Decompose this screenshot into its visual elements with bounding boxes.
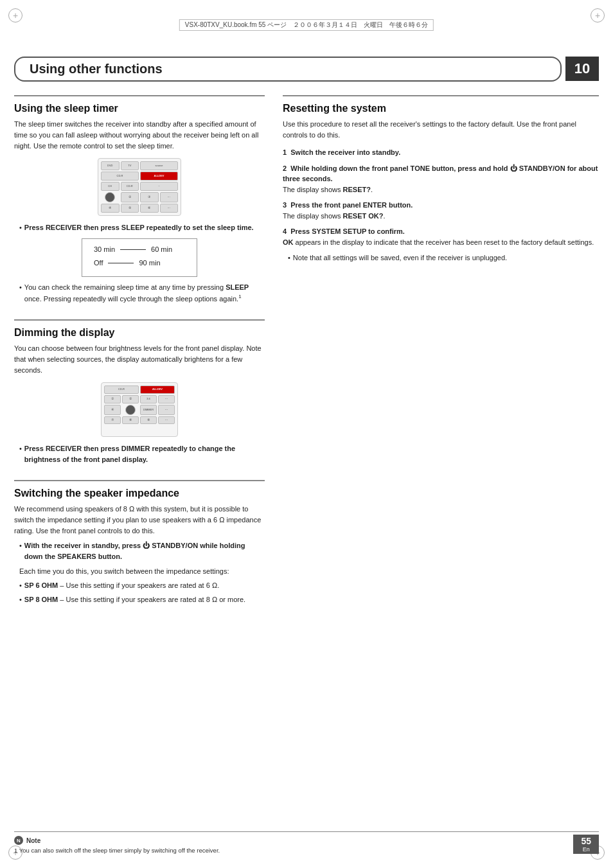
drb7: DIMMER [140, 405, 157, 415]
drb-dimmer-highlight: ALLDEV [140, 385, 175, 394]
drb11: ⑨ [140, 416, 157, 425]
resetting-desc: Use this procedure to reset all the rece… [283, 119, 599, 141]
rb13: ⑤ [121, 204, 139, 213]
speaker-impedance-each: Each time you do this, you switch betwee… [14, 566, 265, 577]
sleep-row1-label-left: 30 min [94, 244, 115, 255]
drb12: ··· [158, 416, 175, 425]
dimming-title: Dimming the display [14, 327, 265, 339]
dimmer-remote-image: CD-R ALLDEV ① ② 3·4 ··· ④ DIMMER ··· ⑦ [101, 382, 178, 437]
page-number-box: 55 En [573, 835, 599, 854]
speaker-impedance-bullet: • With the receiver in standby, press ⏻ … [14, 540, 265, 562]
rb12: ④ [101, 204, 120, 213]
left-column: Using the sleep timer The sleep timer sw… [14, 95, 265, 829]
resetting-bullet-note: • Note that all settings will be saved, … [283, 252, 599, 263]
rb5: CH [101, 182, 120, 191]
rb10: ③ [140, 192, 159, 202]
sleep-timer-body: The sleep timer switches the receiver in… [14, 119, 265, 305]
rb4: CD-R [101, 172, 139, 181]
rb6: CD-R [121, 182, 139, 191]
drb-center-btn [125, 405, 136, 415]
drb8: ··· [158, 405, 175, 415]
corner-mark-tl [6, 6, 24, 24]
rb9: ② [121, 192, 139, 202]
sleep-row1: 30 min 60 min [94, 244, 185, 255]
main-title-text: Using other functions [30, 62, 163, 76]
sleep-diagram-inner: 30 min 60 min Off 90 min [82, 238, 197, 277]
note-footer: N Note 1 You can also switch off the sle… [14, 831, 599, 854]
step3-num: 3 [283, 201, 287, 209]
page-number: 55 [581, 836, 591, 846]
drb6: ④ [104, 405, 121, 415]
rb-sleep-highlight: ALLDEV [140, 172, 178, 181]
rb7: ··· [140, 182, 178, 191]
step3-display: The display shows RESET OK?. [283, 212, 386, 220]
file-info-text: VSX-80TXV_KU.book.fm 55 ページ ２００６年３月１４日 火… [185, 21, 428, 28]
step3: 3 Press the front panel ENTER button. Th… [283, 200, 599, 221]
sleep-diagram: 30 min 60 min Off 90 min [14, 238, 265, 277]
content-area: Using the sleep timer The sleep timer sw… [14, 95, 599, 829]
drb3: ② [122, 395, 139, 403]
step2-display: The display shows RESET?. [283, 186, 373, 193]
sleep-timer-title: Using the sleep timer [14, 103, 265, 114]
right-column: Resetting the system Use this procedure … [283, 95, 599, 829]
step2: 2 While holding down the front panel TON… [283, 163, 599, 195]
step4-text: Press SYSTEM SETUP to confirm. [290, 227, 405, 235]
sleep-row2-label-right: 90 min [139, 258, 160, 269]
dimming-bullet-text: Press RECEIVER then press DIMMER repeate… [24, 443, 265, 465]
corner-mark-tr [589, 6, 607, 24]
sleep-bullet1: • Press RECEIVER then press SLEEP repeat… [14, 222, 265, 233]
rb1: DVD [101, 161, 120, 170]
main-title-bar: Using other functions [14, 57, 562, 82]
chapter-badge: 10 [565, 57, 599, 81]
rb14: ⑥ [140, 204, 159, 213]
step2-num: 2 [283, 164, 287, 172]
resetting-title: Resetting the system [283, 103, 599, 114]
sleep-bullet1-text: Press RECEIVER then press SLEEP repeated… [24, 222, 254, 233]
sp8-text: SP 8 OHM – Use this setting if your spea… [24, 594, 245, 605]
dimmer-remote-grid: CD-R ALLDEV ① ② 3·4 ··· ④ DIMMER ··· ⑦ [104, 385, 175, 434]
step4-detail: OK appears in the display to indicate th… [283, 238, 594, 246]
drb2: ① [104, 395, 121, 403]
sleep-remote-image: DVD TV source CD-R ALLDEV CH CD-R ··· ② [98, 158, 181, 216]
resetting-body: Use this procedure to reset all the rece… [283, 119, 599, 263]
drb9: ⑦ [104, 416, 121, 425]
resetting-section: Resetting the system Use this procedure … [283, 95, 599, 267]
sleep-remote-grid: DVD TV source CD-R ALLDEV CH CD-R ··· ② [101, 161, 178, 213]
dimming-desc: You can choose between four brightness l… [14, 343, 265, 376]
speaker-impedance-desc: We recommend using speakers of 8 Ω with … [14, 504, 265, 536]
sp6-text: SP 6 OHM – Use this setting if your spea… [24, 580, 219, 591]
sleep-line1 [120, 249, 146, 250]
sleep-bullet2: • You can check the remaining sleep time… [14, 282, 265, 305]
rb11: ··· [160, 192, 179, 202]
page-lang: En [583, 846, 590, 853]
dimming-bullet: • Press RECEIVER then press DIMMER repea… [14, 443, 265, 465]
file-info-bar: VSX-80TXV_KU.book.fm 55 ページ ２００６年３月１４日 火… [179, 19, 434, 31]
two-column-layout: Using the sleep timer The sleep timer sw… [14, 95, 599, 829]
speaker-impedance-bullet-text: With the receiver in standby, press ⏻ ST… [24, 540, 265, 562]
drb4: 3·4 [140, 395, 157, 403]
speaker-impedance-title: Switching the speaker impedance [14, 488, 265, 499]
sleep-bullet2-text: You can check the remaining sleep time a… [24, 282, 265, 305]
sleep-row1-label-right: 60 min [151, 244, 172, 255]
step1-num: 1 [283, 148, 287, 156]
speaker-impedance-section: Switching the speaker impedance We recom… [14, 480, 265, 608]
sleep-row2-label-left: Off [94, 258, 103, 269]
sp6-bullet: • SP 6 OHM – Use this setting if your sp… [14, 580, 265, 591]
note-label: Note [26, 837, 40, 844]
dimming-body: You can choose between four brightness l… [14, 343, 265, 465]
dimmer-remote-image-container: CD-R ALLDEV ① ② 3·4 ··· ④ DIMMER ··· ⑦ [14, 382, 265, 437]
rb2: TV [121, 161, 139, 170]
sleep-row2: Off 90 min [94, 258, 185, 269]
step3-text: Press the front panel ENTER button. [290, 201, 413, 209]
sleep-timer-desc: The sleep timer switches the receiver in… [14, 119, 265, 152]
sp8-bullet: • SP 8 OHM – Use this setting if your sp… [14, 594, 265, 605]
sleep-timer-section: Using the sleep timer The sleep timer sw… [14, 95, 265, 308]
note-icon: N [14, 836, 23, 845]
drb5: ··· [158, 395, 175, 403]
speaker-impedance-body: We recommend using speakers of 8 Ω with … [14, 504, 265, 605]
step2-text: While holding down the front panel TONE … [283, 164, 598, 183]
step4-num: 4 [283, 227, 287, 235]
step1: 1 Switch the receiver into standby. [283, 147, 599, 158]
note-footnote1: 1 You can also switch off the sleep time… [14, 847, 220, 854]
sleep-line2 [108, 263, 134, 263]
